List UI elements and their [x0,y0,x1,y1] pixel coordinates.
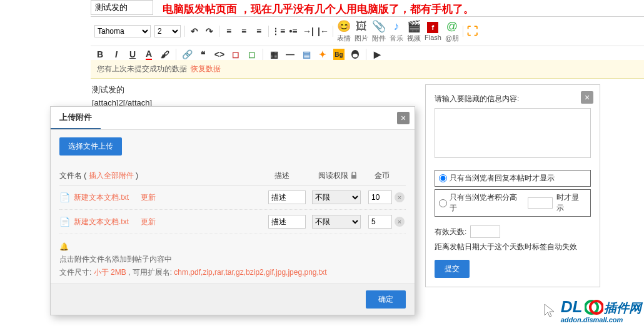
confirm-button[interactable]: 确定 [366,290,406,309]
table-icon[interactable]: ▦ [268,49,279,60]
indent-icon[interactable]: →| [303,26,314,37]
attachment-update-link[interactable]: 更新 [141,217,156,227]
attachment-gold-input[interactable] [368,215,392,229]
flash-button[interactable]: fFlash [425,22,441,41]
hide-mode-score-row[interactable]: 只有当浏览者积分高于 时才显示 [435,189,591,217]
bg-icon[interactable]: Bg [333,49,345,60]
attachment-tips: 🔔 点击附件文件名添加到帖子内容中 文件尺寸: 小于 2MB , 可用扩展名: … [59,240,406,279]
attachment-desc-input[interactable] [268,190,306,204]
hide-content-panel: × 请输入要隐藏的信息内容: 只有当浏览者回复本帖时才显示 只有当浏览者积分高于… [425,84,600,287]
delete-attachment-icon[interactable]: × [395,217,405,227]
annotation-top: 电脑版发帖页面 ，现在几乎没有几个人用电脑版了，都有手机了。 [163,2,474,16]
list-ol-icon[interactable]: ⋮≡ [273,26,284,37]
align-left-icon[interactable]: ≡ [223,26,234,37]
fullscreen-icon[interactable]: ⛶ [467,26,478,37]
attachment-perm-select[interactable]: 不限 [312,215,361,229]
logo-icon [585,299,603,316]
lock-icon [350,172,358,179]
restore-data-link[interactable]: 恢复数据 [191,64,221,74]
select-file-button[interactable]: 选择文件上传 [59,137,122,156]
pending-data-bar: 您有上次未提交成功的数据 恢复数据 [91,60,644,79]
align-right-icon[interactable]: ≡ [253,26,264,37]
clear-icon[interactable]: ✦ [317,49,328,60]
valid-days-label: 有效天数: [435,227,466,237]
outdent-icon[interactable]: |← [318,26,329,37]
hide-label: 请输入要隐藏的信息内容: [435,94,591,104]
file-icon: 📄 [59,192,70,202]
attachment-update-link[interactable]: 更新 [141,192,156,203]
hide-mode-reply-row[interactable]: 只有当浏览者回复本帖时才显示 [435,170,591,187]
attachment-gold-input[interactable] [368,190,392,204]
attachment-table-header: 文件名 ( 插入全部附件 ) 描述 阅读权限 金币 [59,167,406,185]
list-ul-icon[interactable]: •≡ [288,26,299,37]
play-icon[interactable]: ▶ [371,49,383,60]
hide-content-textarea[interactable] [435,108,591,158]
hr-icon[interactable]: — [284,49,296,60]
at-button[interactable]: @@朋 [445,19,459,43]
attachment-desc-input[interactable] [268,215,306,229]
attach-button[interactable]: 📎附件 [372,19,386,43]
editor-toolbar: Tahoma 2 ↶ ↷ ≡ ≡ ≡ ⋮≡ •≡ →| |← 😊表情 🖼图片 📎… [91,16,644,63]
bg-color-icon[interactable]: 🖌 [159,49,171,60]
video-button[interactable]: 🎬视频 [407,19,421,43]
dialog-tab-upload[interactable]: 上传附件 [51,107,101,129]
delete-attachment-icon[interactable]: × [395,192,405,202]
bell-icon: 🔔 [59,242,69,251]
hide-mode-reply-radio[interactable] [439,174,447,182]
insert-all-link[interactable]: 插入全部附件 [89,171,134,180]
close-icon[interactable]: × [581,91,593,104]
attachment-row: 📄新建文本文档.txt 更新 不限 × [59,185,406,210]
font-size-select[interactable]: 2 [154,25,181,37]
redo-icon[interactable]: ↷ [204,26,215,37]
underline-icon[interactable]: U [127,49,138,60]
watermark: DL 插件网 addon.dismall.com [542,297,641,324]
hide-icon[interactable]: ◻ [230,49,241,60]
attachment-perm-select[interactable]: 不限 [312,190,361,204]
music-button[interactable]: ♪音乐 [390,19,403,43]
upload-attachment-dialog: 上传附件 × 选择文件上传 文件名 ( 插入全部附件 ) 描述 阅读权限 金币 … [50,106,415,315]
submit-button[interactable]: 提交 [435,260,470,278]
font-color-icon[interactable]: A [143,49,154,60]
image-button[interactable]: 🖼图片 [355,19,368,43]
valid-days-input[interactable] [470,225,500,238]
undo-icon[interactable]: ↶ [189,26,200,37]
file-icon: 📄 [59,217,70,227]
free-icon[interactable]: ◻ [246,49,258,60]
hide-mode-score-radio[interactable] [439,199,447,207]
attachment-filename-link[interactable]: 新建文本文档.txt [74,192,129,203]
code-icon[interactable]: <> [214,49,225,60]
page-icon[interactable]: ▤ [301,49,312,60]
valid-days-tip: 距离发帖日期大于这个天数时标签自动失效 [435,242,591,252]
cursor-icon [542,303,557,318]
bold-icon[interactable]: B [94,49,106,60]
italic-icon[interactable]: I [111,49,122,60]
hide-score-input[interactable] [528,197,553,209]
quote-icon[interactable]: ❝ [198,49,209,60]
link-icon[interactable]: 🔗 [181,49,193,60]
emoji-button[interactable]: 😊表情 [337,19,351,43]
font-family-select[interactable]: Tahoma [94,25,151,37]
attachment-row: 📄新建文本文档.txt 更新 不限 × [59,210,406,234]
attachment-filename-link[interactable]: 新建文本文档.txt [74,217,129,227]
align-center-icon[interactable]: ≡ [238,26,249,37]
svg-rect-2 [351,175,356,179]
qq-icon[interactable] [350,49,361,60]
post-title-input[interactable] [91,0,153,15]
close-icon[interactable]: × [397,112,410,124]
svg-point-1 [353,54,358,57]
